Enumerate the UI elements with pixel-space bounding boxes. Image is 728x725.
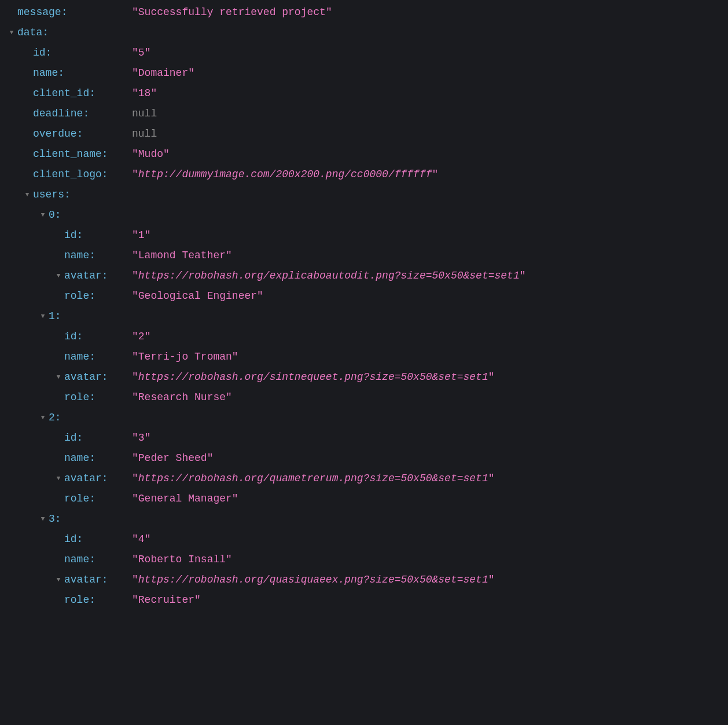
property-key[interactable]: name	[64, 554, 89, 565]
colon: :	[55, 310, 61, 322]
property-value-string[interactable]: Terri-jo Troman	[138, 347, 232, 367]
property-key[interactable]: id	[64, 533, 77, 545]
property-key[interactable]: id	[64, 432, 77, 444]
expand-toggle-icon[interactable]: ▼	[37, 509, 49, 529]
property-key[interactable]: 1	[49, 310, 55, 322]
property-key[interactable]: role	[64, 391, 89, 403]
property-value-string[interactable]: Recruiter	[138, 590, 194, 610]
colon: :	[55, 412, 61, 423]
expand-toggle-icon[interactable]: ▼	[53, 468, 64, 489]
tree-row: client_logo:"http://dummyimage.com/200x2…	[0, 164, 728, 185]
colon: :	[55, 513, 61, 525]
property-key[interactable]: id	[33, 47, 46, 58]
tree-row: ▼avatar:"https://robohash.org/sintnequee…	[0, 367, 728, 387]
colon: :	[64, 189, 71, 200]
tree-row: client_name:"Mudo"	[0, 144, 728, 164]
colon: :	[46, 47, 52, 58]
tree-row: ▼data:	[0, 23, 728, 43]
tree-row: name:"Terri-jo Troman"	[0, 347, 728, 367]
property-key[interactable]: client_logo	[33, 169, 102, 180]
property-key[interactable]: avatar	[64, 473, 102, 484]
property-key[interactable]: data	[17, 27, 42, 38]
expand-toggle-icon[interactable]: ▼	[37, 306, 49, 327]
colon: :	[89, 290, 95, 302]
property-key[interactable]: avatar	[64, 371, 102, 383]
colon: :	[83, 108, 89, 119]
property-key[interactable]: name	[64, 351, 89, 362]
tree-row: ▼2:	[0, 408, 728, 428]
property-key[interactable]: role	[64, 290, 89, 302]
property-key[interactable]: overdue	[33, 128, 77, 140]
colon: :	[77, 533, 83, 545]
property-key[interactable]: avatar	[64, 574, 102, 585]
colon: :	[77, 229, 83, 241]
property-value-string[interactable]: 3	[138, 428, 145, 448]
tree-row: name:"Roberto Insall"	[0, 550, 728, 570]
property-key[interactable]: avatar	[64, 270, 102, 281]
colon: :	[42, 27, 49, 38]
property-value-string[interactable]: 2	[138, 327, 145, 347]
expand-toggle-icon[interactable]: ▼	[53, 367, 64, 387]
property-value-string[interactable]: https://robohash.org/explicaboautodit.pn…	[138, 266, 520, 286]
tree-row: name:"Domainer"	[0, 63, 728, 83]
tree-row: ▼1:	[0, 306, 728, 327]
colon: :	[102, 371, 108, 383]
property-value-string[interactable]: 5	[138, 43, 145, 63]
property-value-string[interactable]: General Manager	[138, 489, 232, 509]
property-key[interactable]: 2	[49, 412, 55, 423]
property-value-string[interactable]: https://robohash.org/quasiquaeex.png?siz…	[138, 570, 488, 590]
property-key[interactable]: message	[17, 6, 61, 18]
expand-toggle-icon[interactable]: ▼	[21, 185, 33, 205]
tree-row: message:"Successfully retrieved project"	[0, 2, 728, 23]
property-key[interactable]: name	[33, 67, 58, 79]
property-value-null: null	[132, 124, 157, 144]
property-key[interactable]: client_name	[33, 148, 102, 160]
colon: :	[102, 270, 108, 281]
property-key[interactable]: id	[64, 331, 77, 342]
colon: :	[89, 351, 95, 362]
expand-toggle-icon[interactable]: ▼	[53, 266, 64, 286]
property-value-string[interactable]: Domainer	[138, 63, 188, 83]
colon: :	[102, 148, 108, 160]
property-key[interactable]: role	[64, 493, 89, 504]
property-value-string[interactable]: Research Nurse	[138, 387, 226, 408]
tree-row: ▼users:	[0, 185, 728, 205]
property-key[interactable]: name	[64, 250, 89, 261]
property-key[interactable]: role	[64, 594, 89, 606]
tree-row: role:"Geological Engineer"	[0, 286, 728, 306]
property-value-string[interactable]: 1	[138, 225, 145, 246]
tree-row: ▼avatar:"https://robohash.org/quametreru…	[0, 468, 728, 489]
colon: :	[102, 473, 108, 484]
property-value-string[interactable]: https://robohash.org/quametrerum.png?siz…	[138, 468, 488, 489]
property-value-string[interactable]: 4	[138, 529, 145, 550]
property-value-string[interactable]: Geological Engineer	[138, 286, 257, 306]
property-key[interactable]: 0	[49, 209, 55, 221]
property-value-string[interactable]: Successfully retrieved project	[138, 2, 326, 23]
expand-toggle-icon[interactable]: ▼	[37, 205, 49, 225]
property-key[interactable]: 3	[49, 513, 55, 525]
property-key[interactable]: name	[64, 452, 89, 464]
colon: :	[89, 87, 95, 99]
expand-toggle-icon[interactable]: ▼	[53, 570, 64, 590]
tree-row: id:"1"	[0, 225, 728, 246]
property-key[interactable]: client_id	[33, 87, 89, 99]
expand-toggle-icon[interactable]: ▼	[37, 408, 49, 428]
property-value-string[interactable]: Mudo	[138, 144, 163, 164]
property-key[interactable]: id	[64, 229, 77, 241]
colon: :	[89, 594, 95, 606]
property-key[interactable]: users	[33, 189, 64, 200]
property-key[interactable]: deadline	[33, 108, 83, 119]
tree-row: role:"General Manager"	[0, 489, 728, 509]
property-value-string[interactable]: 18	[138, 83, 151, 104]
property-value-string[interactable]: https://robohash.org/sintnequeet.png?siz…	[138, 367, 488, 387]
tree-row: id:"5"	[0, 43, 728, 63]
tree-row: ▼3:	[0, 509, 728, 529]
tree-row: role:"Research Nurse"	[0, 387, 728, 408]
property-value-string[interactable]: Roberto Insall	[138, 550, 226, 570]
property-value-string[interactable]: http://dummyimage.com/200x200.png/cc0000…	[138, 164, 432, 185]
expand-toggle-icon[interactable]: ▼	[6, 23, 17, 43]
tree-row: deadline:null	[0, 104, 728, 124]
property-value-string[interactable]: Lamond Teather	[138, 246, 226, 266]
property-value-string[interactable]: Peder Sheed	[138, 448, 207, 468]
tree-row: client_id:"18"	[0, 83, 728, 104]
